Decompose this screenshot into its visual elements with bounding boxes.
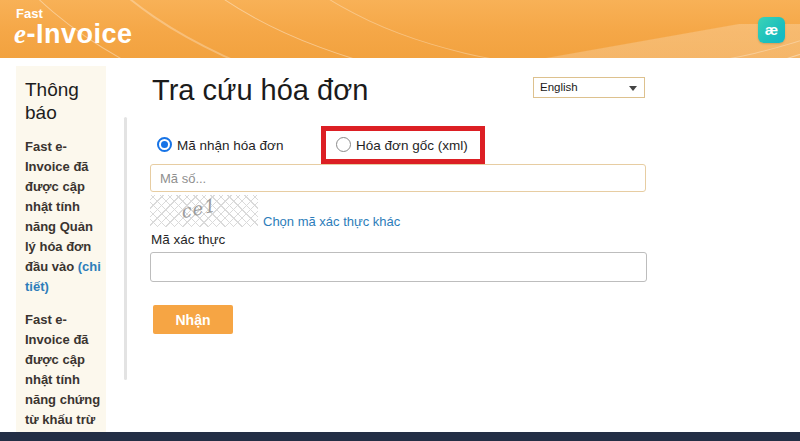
header-swirl-decoration	[230, 0, 800, 58]
footer-bar	[0, 432, 800, 441]
radio-hoa-don-goc-xml[interactable]	[336, 137, 351, 152]
news-item: Fast e-Invoice đã được cập nhật tính năn…	[25, 310, 107, 441]
captcha-image: ce1	[150, 195, 258, 227]
news-item: Fast e-Invoice đã được cập nhật tính năn…	[25, 137, 107, 297]
chevron-down-icon	[629, 86, 637, 91]
header-fan-decoration	[380, 24, 800, 58]
sidebar-scrollbar[interactable]	[124, 117, 127, 380]
brand-einvoice-logo: e-Invoice	[14, 19, 133, 50]
header-swirl-decoration	[120, 0, 800, 58]
ae-logo-icon[interactable]: æ	[758, 17, 785, 43]
submit-button[interactable]: Nhận	[153, 305, 233, 334]
language-select[interactable]: English	[533, 77, 645, 98]
news-text: Fast e-Invoice đã được cập nhật tính năn…	[25, 312, 100, 441]
page: Fast e-Invoice æ Thông báo Fast e-Invoic…	[0, 0, 800, 441]
page-title: Tra cứu hóa đơn	[152, 74, 368, 107]
brand-e-letter: e	[14, 19, 26, 49]
news-text: Fast e-Invoice đã được cập nhật tính năn…	[25, 139, 93, 274]
header-swirl-decoration	[40, 0, 800, 58]
app-header: Fast e-Invoice æ	[0, 0, 800, 58]
radio-ma-nhan-hoa-don[interactable]	[157, 137, 172, 152]
radio-label-hoa-don-goc-xml[interactable]: Hóa đơn gốc (xml)	[356, 138, 468, 153]
brand-invoice-text: -Invoice	[26, 19, 132, 49]
invoice-code-input[interactable]	[150, 164, 646, 192]
radio-label-ma-nhan-hoa-don[interactable]: Mã nhận hóa đơn	[177, 138, 283, 153]
language-select-value: English	[540, 81, 578, 93]
notifications-sidebar: Thông báo Fast e-Invoice đã được cập nhậ…	[16, 66, 106, 441]
captcha-input-label: Mã xác thực	[151, 232, 225, 247]
sidebar-title: Thông báo	[25, 78, 101, 124]
change-captcha-link[interactable]: Chọn mã xác thực khác	[263, 214, 400, 229]
captcha-input[interactable]	[150, 252, 647, 282]
captcha-text: ce1	[178, 195, 217, 222]
